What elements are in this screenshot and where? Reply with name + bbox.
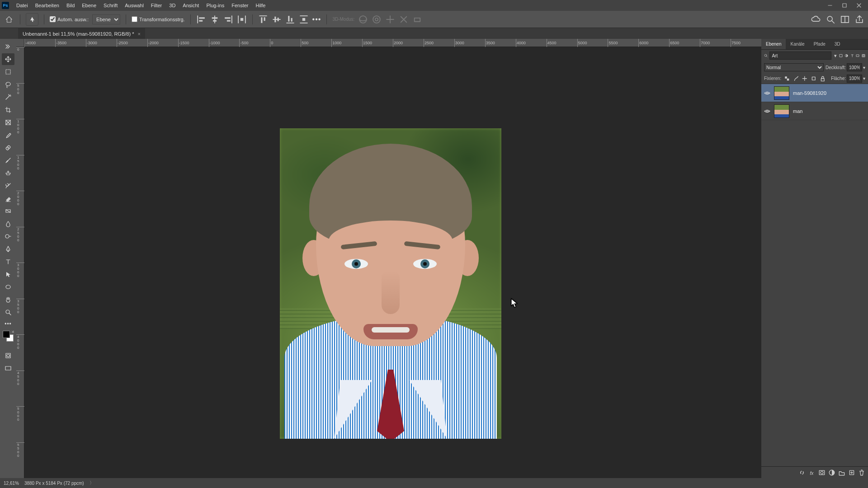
clone-stamp-tool[interactable] bbox=[2, 167, 14, 179]
fill-flyout-icon[interactable]: ▾ bbox=[863, 76, 865, 81]
distribute-h-icon[interactable] bbox=[237, 14, 247, 24]
filter-type-icon[interactable] bbox=[850, 52, 854, 60]
current-tool-icon[interactable] bbox=[26, 13, 38, 26]
swap-colors-icon[interactable]: ⤭ bbox=[11, 330, 14, 334]
layer-name[interactable]: man bbox=[793, 108, 802, 114]
panel-tab-ebenen[interactable]: Ebenen bbox=[761, 39, 786, 49]
dodge-tool[interactable] bbox=[2, 230, 14, 242]
arrange-docs-icon[interactable] bbox=[840, 14, 850, 24]
cloud-icon[interactable] bbox=[811, 14, 821, 24]
quickmask-tool[interactable] bbox=[2, 350, 14, 361]
panel-tab-pfade[interactable]: Pfade bbox=[809, 39, 830, 49]
align-right-icon[interactable] bbox=[223, 14, 233, 24]
opacity-input[interactable] bbox=[847, 63, 862, 71]
zoom-tool[interactable] bbox=[2, 306, 14, 318]
lock-artboard-icon[interactable] bbox=[811, 75, 817, 83]
doc-dimensions[interactable]: 3880 Px x 5184 Px (72 ppcm) bbox=[24, 481, 84, 486]
layer-kind-search[interactable] bbox=[769, 52, 831, 60]
adjustment-layer-icon[interactable] bbox=[828, 469, 835, 476]
crop-tool[interactable] bbox=[2, 104, 14, 116]
search-icon[interactable] bbox=[826, 14, 835, 24]
blend-mode-select[interactable]: Normal bbox=[764, 63, 824, 71]
link-layers-icon[interactable] bbox=[798, 469, 806, 476]
eyedropper-tool[interactable] bbox=[2, 129, 14, 141]
eraser-tool[interactable] bbox=[2, 192, 14, 204]
menu-plug-ins[interactable]: Plug-ins bbox=[203, 0, 228, 11]
fill-input[interactable] bbox=[847, 75, 862, 83]
menu-auswahl[interactable]: Auswahl bbox=[121, 0, 147, 11]
lock-position-icon[interactable] bbox=[802, 75, 808, 83]
gradient-tool[interactable] bbox=[2, 205, 14, 217]
opacity-flyout-icon[interactable]: ▾ bbox=[863, 65, 865, 70]
foreground-swatch[interactable] bbox=[3, 331, 10, 338]
type-tool[interactable] bbox=[2, 256, 14, 267]
menu-ansicht[interactable]: Ansicht bbox=[179, 0, 203, 11]
group-layers-icon[interactable] bbox=[838, 469, 845, 476]
align-bottom-icon[interactable] bbox=[285, 14, 295, 24]
lock-transparent-icon[interactable] bbox=[784, 75, 790, 83]
menu-hilfe[interactable]: Hilfe bbox=[252, 0, 269, 11]
canvas-area[interactable]: -4000-3500-3000-2500-2000-1500-1000-5000… bbox=[16, 39, 761, 478]
more-align-button[interactable]: ••• bbox=[312, 15, 321, 23]
close-button[interactable] bbox=[852, 1, 866, 10]
align-vcenter-icon[interactable] bbox=[272, 14, 282, 24]
auto-select-target[interactable]: Ebene bbox=[92, 14, 120, 24]
frame-tool[interactable] bbox=[2, 117, 14, 128]
menu-filter[interactable]: Filter bbox=[147, 0, 165, 11]
filter-shape-icon[interactable] bbox=[856, 52, 859, 60]
menu-schrift[interactable]: Schrift bbox=[100, 0, 121, 11]
lock-image-icon[interactable] bbox=[793, 75, 799, 83]
home-button[interactable] bbox=[4, 14, 14, 25]
align-top-icon[interactable] bbox=[258, 14, 268, 24]
distribute-v-icon[interactable] bbox=[299, 14, 309, 24]
delete-layer-icon[interactable] bbox=[858, 469, 865, 476]
minimize-button[interactable] bbox=[823, 1, 837, 10]
canvas-image[interactable] bbox=[280, 128, 501, 439]
menu-ebene[interactable]: Ebene bbox=[78, 0, 100, 11]
menu-fenster[interactable]: Fenster bbox=[228, 0, 252, 11]
shape-tool[interactable] bbox=[2, 281, 14, 293]
magic-wand-tool[interactable] bbox=[2, 91, 14, 103]
menu-bild[interactable]: Bild bbox=[63, 0, 78, 11]
ruler-origin[interactable] bbox=[16, 39, 24, 47]
move-tool[interactable] bbox=[2, 53, 14, 65]
layer-name[interactable]: man-59081920 bbox=[793, 90, 826, 96]
color-swatches[interactable]: ⤭ bbox=[2, 330, 14, 343]
panel-tab-kanäle[interactable]: Kanäle bbox=[786, 39, 809, 49]
expand-tools-icon[interactable] bbox=[2, 41, 14, 52]
auto-select-checkbox[interactable]: Autom. ausw.: bbox=[50, 16, 89, 22]
path-select-tool[interactable] bbox=[2, 268, 14, 280]
filter-smart-icon[interactable] bbox=[862, 52, 865, 60]
screenmode-tool[interactable] bbox=[2, 362, 14, 374]
layer-mask-icon[interactable] bbox=[818, 469, 826, 476]
document-tab[interactable]: Unbenannt-1 bei 11,5% (man-59081920, RGB… bbox=[18, 28, 145, 39]
brush-tool[interactable] bbox=[2, 155, 14, 166]
maximize-button[interactable] bbox=[837, 1, 852, 10]
layer-thumbnail[interactable] bbox=[774, 86, 789, 100]
lock-all-icon[interactable] bbox=[820, 75, 826, 83]
filter-adjust-icon[interactable] bbox=[844, 52, 848, 60]
menu-datei[interactable]: Datei bbox=[13, 0, 32, 11]
filter-pixel-icon[interactable] bbox=[839, 52, 843, 60]
edit-toolbar-icon[interactable]: ••• bbox=[5, 321, 12, 327]
layer-style-icon[interactable]: fx bbox=[808, 469, 816, 476]
status-flyout-icon[interactable]: 〉 bbox=[90, 480, 94, 486]
hand-tool[interactable] bbox=[2, 294, 14, 305]
layer-row[interactable]: man-59081920 bbox=[761, 84, 868, 102]
transform-controls-checkbox[interactable]: Transformationsstrg. bbox=[132, 16, 184, 22]
layer-row[interactable]: man bbox=[761, 102, 868, 120]
align-left-icon[interactable] bbox=[196, 14, 206, 24]
menu-3d[interactable]: 3D bbox=[165, 0, 179, 11]
blur-tool[interactable] bbox=[2, 218, 14, 230]
ruler-vertical[interactable]: 05 0 01 0 0 01 5 0 02 0 0 02 5 0 03 0 0 … bbox=[16, 47, 24, 478]
menu-bearbeiten[interactable]: Bearbeiten bbox=[32, 0, 63, 11]
tab-close-icon[interactable]: × bbox=[137, 31, 140, 37]
ruler-horizontal[interactable]: -4000-3500-3000-2500-2000-1500-1000-5000… bbox=[24, 39, 761, 47]
pen-tool[interactable] bbox=[2, 243, 14, 255]
layer-thumbnail[interactable] bbox=[774, 104, 789, 118]
healing-tool[interactable] bbox=[2, 142, 14, 154]
marquee-tool[interactable] bbox=[2, 66, 14, 78]
align-hcenter-icon[interactable] bbox=[210, 14, 220, 24]
canvas[interactable] bbox=[24, 47, 761, 478]
history-brush-tool[interactable] bbox=[2, 180, 14, 192]
